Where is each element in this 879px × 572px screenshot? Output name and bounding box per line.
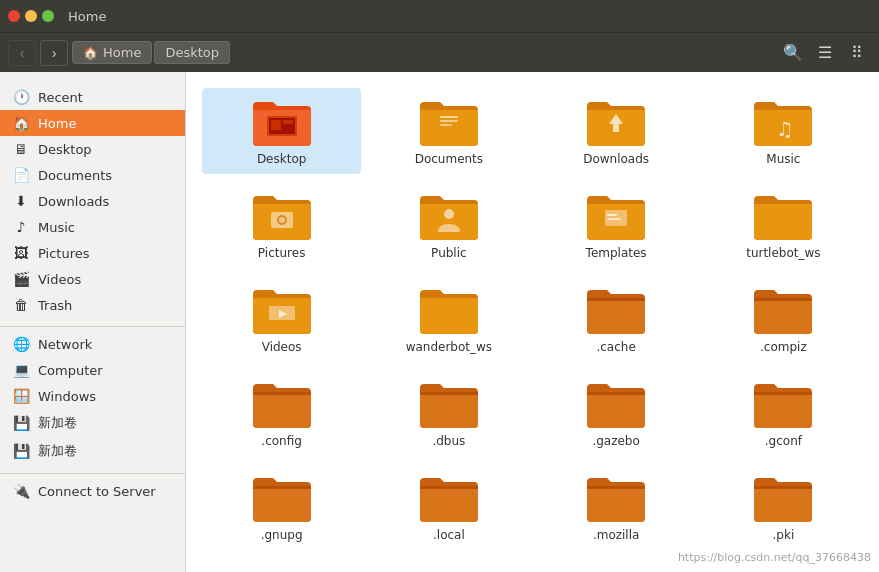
videos-icon: 🎬: [12, 271, 30, 287]
file-item-gazebo[interactable]: .gazebo: [537, 370, 696, 456]
sidebar-item-trash[interactable]: 🗑 Trash: [0, 292, 185, 318]
sidebar-item-network[interactable]: 🌐 Network: [0, 331, 185, 357]
sidebar-section-connect: 🔌 Connect to Server: [0, 473, 185, 508]
file-item-cache[interactable]: .cache: [537, 276, 696, 362]
maximize-button[interactable]: [42, 10, 54, 22]
sidebar-item-computer[interactable]: 💻 Computer: [0, 357, 185, 383]
folder-icon-cache: [585, 284, 647, 336]
folder-icon-turtlebot: [752, 190, 814, 242]
file-item-sdformat[interactable]: .sdformat: [704, 558, 863, 572]
main-layout: 🕐 Recent 🏠 Home 🖥 Desktop 📄 Documents ⬇ …: [0, 72, 879, 572]
search-button[interactable]: 🔍: [779, 40, 807, 66]
file-item-dbus[interactable]: .dbus: [369, 370, 528, 456]
file-item-turtlebot[interactable]: turtlebot_ws: [704, 182, 863, 268]
sidebar-label-windows: Windows: [38, 389, 96, 404]
folder-icon-pictures: [251, 190, 313, 242]
file-item-templates[interactable]: Templates: [537, 182, 696, 268]
file-label-dbus: .dbus: [432, 434, 465, 448]
breadcrumb-home-label: Home: [103, 45, 141, 60]
downloads-icon: ⬇: [12, 193, 30, 209]
home-sidebar-icon: 🏠: [12, 115, 30, 131]
file-item-ros[interactable]: .ros: [369, 558, 528, 572]
sidebar-item-documents[interactable]: 📄 Documents: [0, 162, 185, 188]
network-icon: 🌐: [12, 336, 30, 352]
sidebar-label-xinjia2: 新加卷: [38, 442, 77, 460]
sidebar-item-xinjia1[interactable]: 💾 新加卷: [0, 409, 185, 437]
file-item-music[interactable]: ♫ Music: [704, 88, 863, 174]
svg-rect-25: [420, 486, 478, 489]
sidebar-item-pictures[interactable]: 🖼 Pictures: [0, 240, 185, 266]
sidebar-item-windows[interactable]: 🪟 Windows: [0, 383, 185, 409]
sidebar-item-xinjia2[interactable]: 💾 新加卷: [0, 437, 185, 465]
folder-icon-documents: [418, 96, 480, 148]
sidebar-item-home[interactable]: 🏠 Home: [0, 110, 185, 136]
file-label-pictures: Pictures: [258, 246, 306, 260]
close-button[interactable]: [8, 10, 20, 22]
file-item-pki[interactable]: .pki: [704, 464, 863, 550]
sidebar-label-recent: Recent: [38, 90, 83, 105]
home-icon: 🏠: [83, 46, 98, 60]
file-item-gnupg[interactable]: .gnupg: [202, 464, 361, 550]
grid-view-button[interactable]: ⠿: [843, 40, 871, 66]
minimize-button[interactable]: [25, 10, 37, 22]
breadcrumb-desktop-label: Desktop: [165, 45, 219, 60]
sidebar-item-desktop[interactable]: 🖥 Desktop: [0, 136, 185, 162]
file-item-config[interactable]: .config: [202, 370, 361, 456]
file-label-gconf: .gconf: [765, 434, 802, 448]
windows-icon: 🪟: [12, 388, 30, 404]
svg-rect-21: [420, 392, 478, 395]
folder-icon-desktop: [251, 96, 313, 148]
svg-rect-20: [253, 392, 311, 395]
forward-button[interactable]: ›: [40, 40, 68, 66]
svg-rect-15: [607, 218, 621, 220]
file-item-gconf[interactable]: .gconf: [704, 370, 863, 456]
folder-icon-config: [251, 378, 313, 430]
file-label-music: Music: [766, 152, 800, 166]
file-label-templates: Templates: [586, 246, 647, 260]
file-item-presage[interactable]: .presage: [202, 558, 361, 572]
file-item-rviz[interactable]: .rviz: [537, 558, 696, 572]
sidebar-label-network: Network: [38, 337, 92, 352]
sidebar-item-connect[interactable]: 🔌 Connect to Server: [0, 478, 185, 504]
folder-icon-local: [418, 472, 480, 524]
file-label-wanderbot: wanderbot_ws: [406, 340, 492, 354]
svg-rect-14: [607, 214, 617, 216]
folder-icon-templates: [585, 190, 647, 242]
file-item-mozilla[interactable]: .mozilla: [537, 464, 696, 550]
sidebar-item-recent[interactable]: 🕐 Recent: [0, 84, 185, 110]
folder-icon-dbus: [418, 378, 480, 430]
drive1-icon: 💾: [12, 415, 30, 431]
folder-icon-videos: [251, 284, 313, 336]
file-item-desktop[interactable]: Desktop: [202, 88, 361, 174]
sidebar-section-devices: 🌐 Network 💻 Computer 🪟 Windows 💾 新加卷 💾 新…: [0, 326, 185, 469]
breadcrumb-desktop[interactable]: Desktop: [154, 41, 230, 64]
svg-rect-2: [271, 120, 281, 130]
folder-icon-ros: [418, 566, 480, 572]
back-button[interactable]: ‹: [8, 40, 36, 66]
recent-icon: 🕐: [12, 89, 30, 105]
svg-rect-18: [587, 298, 645, 301]
file-item-local[interactable]: .local: [369, 464, 528, 550]
file-item-downloads[interactable]: Downloads: [537, 88, 696, 174]
file-label-local: .local: [433, 528, 465, 542]
computer-icon: 💻: [12, 362, 30, 378]
file-item-pictures[interactable]: Pictures: [202, 182, 361, 268]
svg-point-12: [444, 209, 454, 219]
svg-rect-26: [587, 486, 645, 489]
sidebar-label-music: Music: [38, 220, 75, 235]
svg-rect-6: [440, 124, 452, 126]
file-item-wanderbot[interactable]: wanderbot_ws: [369, 276, 528, 362]
sidebar-item-downloads[interactable]: ⬇ Downloads: [0, 188, 185, 214]
sidebar-item-music[interactable]: ♪ Music: [0, 214, 185, 240]
file-item-documents[interactable]: Documents: [369, 88, 528, 174]
file-area: Desktop Documents: [186, 72, 879, 572]
list-view-button[interactable]: ☰: [811, 40, 839, 66]
svg-rect-5: [440, 120, 458, 122]
file-item-public[interactable]: Public: [369, 182, 528, 268]
file-item-compiz[interactable]: .compiz: [704, 276, 863, 362]
breadcrumb-home[interactable]: 🏠 Home: [72, 41, 152, 64]
svg-rect-23: [754, 392, 812, 395]
file-item-videos[interactable]: Videos: [202, 276, 361, 362]
sidebar-label-documents: Documents: [38, 168, 112, 183]
sidebar-item-videos[interactable]: 🎬 Videos: [0, 266, 185, 292]
